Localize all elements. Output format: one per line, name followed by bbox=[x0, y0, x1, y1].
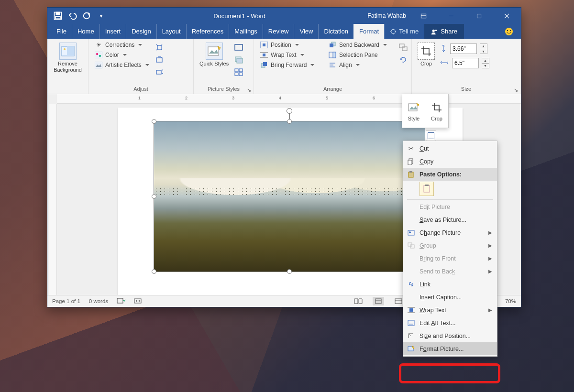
zoom-level[interactable]: 70% bbox=[505, 298, 516, 304]
picture-styles-launcher-icon[interactable]: ↘ bbox=[246, 87, 252, 92]
size-group-label: Size bbox=[461, 86, 471, 92]
tab-dictation[interactable]: Dictation bbox=[318, 24, 353, 39]
close-button[interactable] bbox=[496, 8, 517, 24]
quick-styles-label: Quick Styles bbox=[199, 61, 229, 67]
user-name[interactable]: Fatima Wahab bbox=[367, 12, 406, 19]
svg-point-9 bbox=[391, 29, 396, 33]
align-button[interactable]: Align bbox=[327, 61, 394, 69]
picture-effects-icon[interactable] bbox=[233, 55, 244, 65]
ctx-link[interactable]: Link bbox=[403, 278, 497, 291]
svg-point-16 bbox=[505, 28, 513, 35]
tell-me[interactable]: Tell me bbox=[384, 24, 424, 39]
word-count[interactable]: 0 words bbox=[89, 298, 108, 304]
rotate-handle[interactable] bbox=[287, 108, 292, 114]
send-backward-button[interactable]: Send Backward bbox=[327, 41, 394, 49]
tab-home[interactable]: Home bbox=[72, 24, 99, 39]
height-input[interactable] bbox=[450, 44, 477, 54]
size-launcher-icon[interactable]: ↘ bbox=[513, 87, 519, 92]
svg-rect-36 bbox=[239, 73, 243, 76]
page-indicator[interactable]: Page 1 of 1 bbox=[52, 298, 80, 304]
ctx-edit-alt-text[interactable]: Edit Alt Text... bbox=[403, 316, 497, 329]
mini-crop-button[interactable]: Crop bbox=[425, 94, 448, 128]
svg-point-55 bbox=[136, 301, 137, 302]
minimize-button[interactable] bbox=[441, 8, 462, 24]
ribbon-display-icon[interactable] bbox=[413, 8, 434, 24]
ctx-insert-caption[interactable]: Insert Caption... bbox=[403, 291, 497, 304]
remove-background-button[interactable]: Remove Background bbox=[52, 41, 83, 75]
group-icon bbox=[406, 241, 416, 250]
tab-file[interactable]: File bbox=[51, 24, 72, 39]
wrap-text-ctx-icon bbox=[406, 306, 416, 315]
tab-view[interactable]: View bbox=[294, 24, 318, 39]
resize-handle-s[interactable] bbox=[287, 269, 292, 274]
width-spinner[interactable]: ▲▼ bbox=[482, 58, 489, 68]
picture-styles-group-label: Picture Styles bbox=[208, 86, 240, 92]
color-button[interactable]: Color bbox=[93, 51, 150, 59]
svg-rect-63 bbox=[408, 160, 412, 165]
svg-point-17 bbox=[507, 30, 508, 31]
macro-icon[interactable] bbox=[134, 297, 142, 305]
mini-style-button[interactable]: Style bbox=[402, 94, 425, 128]
spellcheck-icon[interactable] bbox=[117, 297, 125, 305]
redo-icon[interactable] bbox=[82, 11, 91, 21]
compress-pictures-icon[interactable] bbox=[154, 43, 165, 52]
vertical-ruler[interactable] bbox=[49, 104, 57, 295]
qat-customize-icon[interactable]: ▾ bbox=[96, 11, 106, 21]
ctx-change-picture[interactable]: Change Picture▶ bbox=[403, 226, 497, 239]
share-button[interactable]: Share bbox=[424, 24, 464, 39]
tab-format[interactable]: Format bbox=[353, 24, 384, 39]
picture-border-icon[interactable] bbox=[233, 43, 244, 52]
ctx-wrap-text[interactable]: Wrap Text▶ bbox=[403, 304, 497, 316]
print-layout-icon[interactable] bbox=[373, 297, 384, 305]
color-icon bbox=[94, 51, 103, 59]
ribbon: Remove Background ☀Corrections Color Art… bbox=[47, 39, 521, 94]
tab-design[interactable]: Design bbox=[126, 24, 156, 39]
rotate-icon[interactable] bbox=[398, 55, 408, 65]
undo-icon[interactable] bbox=[67, 11, 77, 21]
inserted-picture[interactable] bbox=[154, 121, 425, 272]
ctx-format-picture[interactable]: Format Picture... bbox=[403, 342, 497, 355]
feedback-smiley-icon[interactable] bbox=[497, 24, 521, 39]
width-input[interactable] bbox=[452, 58, 479, 68]
horizontal-ruler[interactable]: 1 2 3 4 5 6 bbox=[57, 94, 521, 104]
svg-point-14 bbox=[432, 29, 435, 32]
resize-handle-n[interactable] bbox=[287, 119, 292, 124]
resize-handle-w[interactable] bbox=[152, 194, 156, 199]
quick-styles-icon bbox=[206, 43, 223, 60]
group-objects-icon[interactable] bbox=[398, 43, 408, 52]
svg-rect-68 bbox=[408, 230, 414, 235]
picture-layout-icon[interactable] bbox=[233, 67, 244, 77]
ctx-cut[interactable]: ✂CCutut bbox=[403, 142, 497, 155]
corrections-button[interactable]: ☀Corrections bbox=[93, 41, 150, 49]
layout-options-flyout-icon[interactable] bbox=[426, 131, 436, 141]
change-picture-icon[interactable] bbox=[154, 55, 165, 65]
paste-option-keep-source[interactable] bbox=[419, 182, 434, 196]
align-icon bbox=[328, 61, 337, 69]
resize-handle-nw[interactable] bbox=[152, 119, 156, 124]
ctx-copy[interactable]: Copy bbox=[403, 155, 497, 168]
mini-style-icon bbox=[407, 101, 420, 114]
ctx-size-and-position[interactable]: Size and Position... bbox=[403, 329, 497, 342]
wrap-text-button[interactable]: Wrap Text bbox=[259, 51, 323, 59]
reset-picture-icon[interactable] bbox=[154, 67, 165, 77]
crop-button[interactable]: Crop bbox=[417, 41, 436, 69]
svg-rect-65 bbox=[409, 171, 412, 173]
web-layout-icon[interactable] bbox=[393, 297, 404, 305]
artistic-effects-button[interactable]: Artistic Effects bbox=[93, 61, 150, 69]
resize-handle-sw[interactable] bbox=[152, 269, 156, 274]
maximize-button[interactable] bbox=[468, 8, 489, 24]
height-spinner[interactable]: ▲▼ bbox=[480, 44, 487, 54]
read-mode-icon[interactable] bbox=[353, 297, 364, 305]
tab-layout[interactable]: Layout bbox=[156, 24, 186, 39]
tab-references[interactable]: References bbox=[186, 24, 229, 39]
tab-insert[interactable]: Insert bbox=[99, 24, 126, 39]
tab-mailings[interactable]: Mailings bbox=[229, 24, 263, 39]
height-input-row: ▲▼ bbox=[440, 44, 489, 54]
bring-forward-button[interactable]: Bring Forward bbox=[259, 61, 323, 69]
quick-styles-button[interactable]: Quick Styles bbox=[199, 41, 230, 69]
save-icon[interactable] bbox=[53, 11, 63, 21]
selection-pane-button[interactable]: Selection Pane bbox=[327, 51, 394, 59]
position-button[interactable]: Position bbox=[259, 41, 323, 49]
tab-review[interactable]: Review bbox=[263, 24, 294, 39]
ctx-save-as-picture[interactable]: Save as Picture... bbox=[403, 213, 497, 226]
